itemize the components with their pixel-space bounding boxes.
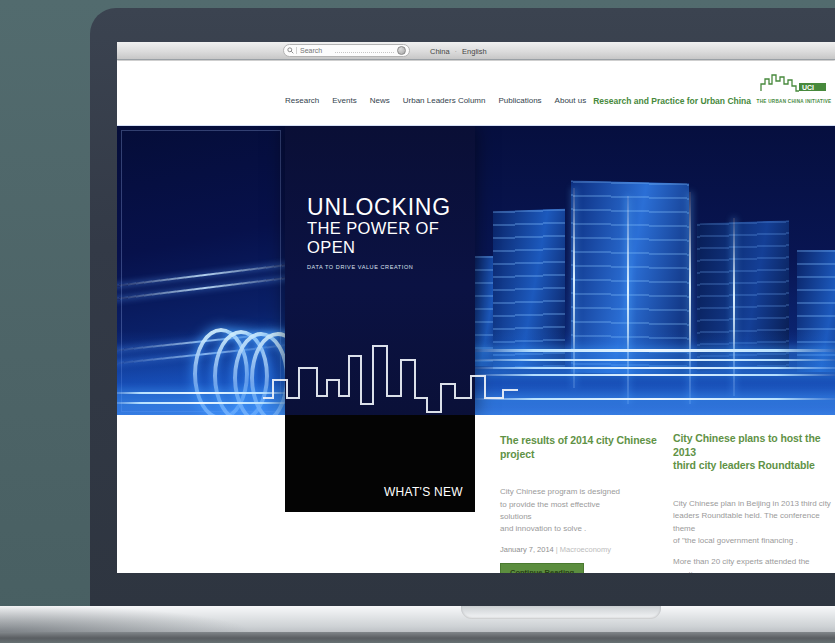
search-icon <box>287 47 294 54</box>
whats-new-heading: WHAT'S NEW <box>384 485 463 499</box>
whats-new-panel: WHAT'S NEW <box>285 415 475 512</box>
hero-title-line2: THE POWER OF OPEN <box>307 219 475 257</box>
main-navigation: Research Events News Urban Leaders Colum… <box>285 96 586 105</box>
article-title[interactable]: City Chinese plans to host the 2013 thir… <box>673 432 835 473</box>
search-input[interactable] <box>300 47 332 54</box>
nav-research[interactable]: Research <box>285 96 319 105</box>
glow-overlay <box>475 331 835 415</box>
hero-overlay-panel: UNLOCKING THE POWER OF OPEN DATA TO DRIV… <box>285 126 475 415</box>
browser-chrome-bar: China · English <box>117 42 835 60</box>
site-tagline: Research and Practice for Urban China <box>593 96 751 106</box>
nav-news[interactable]: News <box>370 96 390 105</box>
search-field[interactable] <box>283 44 410 57</box>
svg-text:UCI: UCI <box>802 84 814 91</box>
city-skyline-icon: UCI <box>759 72 829 94</box>
site-header: Research Events News Urban Leaders Colum… <box>117 61 835 125</box>
nav-events[interactable]: Events <box>332 96 356 105</box>
light-streak <box>475 398 835 400</box>
article-title[interactable]: The results of 2014 city Chinese project <box>500 434 660 461</box>
light-streak <box>117 402 285 404</box>
light-streak <box>475 367 835 369</box>
nav-urban-leaders-column[interactable]: Urban Leaders Column <box>403 96 486 105</box>
light-streak <box>475 359 835 361</box>
article-excerpt: More than 20 city experts attended the m… <box>673 556 835 573</box>
hero-photo-right <box>475 126 835 415</box>
article-excerpt: City Chinese plan in Beijing in 2013 thi… <box>673 498 835 548</box>
article-category[interactable]: Macroeconomy <box>560 545 611 554</box>
language-china[interactable]: China <box>430 47 450 56</box>
base-curve-shadow <box>0 606 310 632</box>
language-english[interactable]: English <box>462 47 487 56</box>
light-streak <box>475 349 835 352</box>
logo-name: THE URBAN CHINA INITIATIVE <box>756 99 832 104</box>
hero-banner: UNLOCKING THE POWER OF OPEN DATA TO DRIV… <box>117 125 835 415</box>
uci-logo[interactable]: UCI THE URBAN CHINA INITIATIVE <box>756 72 832 104</box>
light-streak <box>117 392 285 394</box>
continue-reading-button[interactable]: Continue Reading <box>500 563 584 573</box>
light-streak <box>475 374 835 376</box>
article-card: City Chinese plans to host the 2013 thir… <box>673 432 835 573</box>
desktop-background: China · English Research Events News Urb… <box>0 0 835 643</box>
language-separator: · <box>455 47 458 56</box>
article-card: The results of 2014 city Chinese project… <box>500 434 660 573</box>
laptop-base <box>0 606 835 632</box>
circle-button-icon[interactable] <box>397 46 406 55</box>
hero-copy: UNLOCKING THE POWER OF OPEN DATA TO DRIV… <box>307 196 475 270</box>
article-date: January 7, 2014 <box>500 545 554 554</box>
article-meta: January 7, 2014|Macroeconomy <box>500 545 660 554</box>
laptop-shadow <box>0 632 835 643</box>
nav-about-us[interactable]: About us <box>555 96 587 105</box>
hero-photo-left <box>117 126 285 415</box>
hero-title-line1: UNLOCKING <box>307 196 475 219</box>
language-switcher: China · English <box>430 47 487 56</box>
nav-publications[interactable]: Publications <box>498 96 541 105</box>
search-dotted-line <box>335 48 394 53</box>
search-divider <box>296 47 297 54</box>
laptop-lid-notch <box>461 606 661 619</box>
skyline-outline-icon <box>263 332 519 414</box>
laptop-screen: China · English Research Events News Urb… <box>117 42 835 573</box>
hero-subtitle: DATA TO DRIVE VALUE CREATION <box>307 264 475 270</box>
article-excerpt: City Chinese program is designed to prov… <box>500 486 660 536</box>
